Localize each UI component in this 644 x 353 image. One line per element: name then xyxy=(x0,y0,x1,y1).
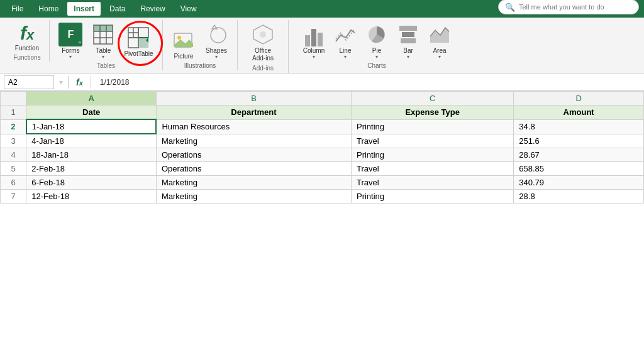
cell-c2[interactable]: Printing xyxy=(351,119,513,134)
table-icon xyxy=(91,23,115,46)
col-header-c[interactable]: C xyxy=(351,92,513,106)
office-addins-button[interactable]: OfficeAdd-ins xyxy=(244,21,282,63)
pivot-icon xyxy=(126,26,150,50)
ribbon-group-items-functions: fx Function xyxy=(11,21,43,53)
data-row-7[interactable]: 7 12-Feb-18 Marketing Printing 28.8 xyxy=(1,190,644,204)
picture-label: Picture xyxy=(174,53,193,60)
cell-a2[interactable]: 1-Jan-18 xyxy=(26,119,157,134)
forms-caret: ▾ xyxy=(69,54,72,60)
col-header-d[interactable]: D xyxy=(514,92,644,106)
svg-point-21 xyxy=(260,31,266,38)
forms-icon: F xyxy=(68,29,74,40)
cell-d3[interactable]: 251.6 xyxy=(514,134,644,148)
data-row-5[interactable]: 5 2-Feb-18 Operations Travel 658.85 xyxy=(1,162,644,176)
sheet-table: A B C D 1 Date Department Expense Type A… xyxy=(0,91,644,204)
menu-bar: File Home Insert Data Review View 🔍 xyxy=(0,0,644,18)
bar-chart-icon xyxy=(396,23,420,46)
ribbon-groups-row: fx Function Functions F ≡ Forms ▾ xyxy=(5,20,639,73)
cell-d2[interactable]: 34.8 xyxy=(514,119,644,134)
header-amount[interactable]: Amount xyxy=(514,106,644,120)
ribbon-group-charts: Column ▾ Line ▾ xyxy=(289,20,465,70)
table-button[interactable]: Table ▾ xyxy=(89,21,118,61)
cell-c6[interactable]: Travel xyxy=(351,176,513,190)
shapes-button[interactable]: Shapes ▾ xyxy=(202,21,231,61)
cell-b2[interactable]: Human Resources xyxy=(156,119,351,134)
cell-d4[interactable]: 28.67 xyxy=(514,148,644,162)
column-caret: ▾ xyxy=(313,54,315,60)
column-chart-icon xyxy=(302,23,326,46)
area-label: Area xyxy=(433,47,446,54)
line-caret: ▾ xyxy=(344,54,347,60)
cell-a5[interactable]: 2-Feb-18 xyxy=(26,162,157,176)
menu-insert[interactable]: Insert xyxy=(67,2,101,16)
menu-review[interactable]: Review xyxy=(134,2,171,16)
formula-bar: A2 ▾ fx 1/1/2018 xyxy=(0,73,644,91)
forms-button[interactable]: F ≡ Forms ▾ xyxy=(56,21,85,61)
data-row-2[interactable]: 2 1-Jan-18 Human Resources Printing 34.8 xyxy=(1,119,644,134)
row-num-2: 2 xyxy=(1,119,26,134)
cell-b6[interactable]: Marketing xyxy=(156,176,351,190)
cell-a3[interactable]: 4-Jan-18 xyxy=(26,134,157,148)
picture-button[interactable]: Picture xyxy=(169,27,198,61)
addins-icon xyxy=(251,23,275,46)
cell-a4[interactable]: 18-Jan-18 xyxy=(26,148,157,162)
cell-c3[interactable]: Travel xyxy=(351,134,513,148)
col-bar3 xyxy=(318,33,323,46)
menu-file[interactable]: File xyxy=(5,2,30,16)
cell-b5[interactable]: Operations xyxy=(156,162,351,176)
bar-label: Bar xyxy=(403,47,413,54)
data-row-3[interactable]: 3 4-Jan-18 Marketing Travel 251.6 xyxy=(1,134,644,148)
cell-b7[interactable]: Marketing xyxy=(156,190,351,204)
cell-d5[interactable]: 658.85 xyxy=(514,162,644,176)
function-button[interactable]: fx Function xyxy=(11,21,43,53)
area-chart-button[interactable]: Area ▾ xyxy=(425,21,454,61)
menu-view[interactable]: View xyxy=(174,2,203,16)
cell-d6[interactable]: 340.79 xyxy=(514,176,644,190)
cell-c5[interactable]: Travel xyxy=(351,162,513,176)
col-header-a[interactable]: A xyxy=(26,92,157,106)
pie-chart-button[interactable]: Pie ▾ xyxy=(362,21,391,61)
line-label: Line xyxy=(340,47,352,54)
ribbon-group-items-charts: Column ▾ Line ▾ xyxy=(299,21,454,61)
row-num-4: 4 xyxy=(1,148,26,162)
data-row-6[interactable]: 6 6-Feb-18 Marketing Travel 340.79 xyxy=(1,176,644,190)
bar1 xyxy=(399,26,417,31)
pivot-container: PivotTable xyxy=(121,24,155,58)
col-header-b[interactable]: B xyxy=(156,92,351,106)
svg-point-17 xyxy=(177,36,181,40)
svg-point-18 xyxy=(211,28,226,43)
header-date[interactable]: Date xyxy=(26,106,157,120)
cell-c7[interactable]: Printing xyxy=(351,190,513,204)
header-expense-type[interactable]: Expense Type xyxy=(351,106,513,120)
menu-data[interactable]: Data xyxy=(103,2,131,16)
illustrations-group-label: Illustrations xyxy=(184,62,216,69)
corner-cell xyxy=(1,92,26,106)
column-chart-button[interactable]: Column ▾ xyxy=(299,21,328,61)
tell-me-input[interactable] xyxy=(519,3,632,11)
shapes-caret: ▾ xyxy=(215,54,218,60)
data-row-4[interactable]: 4 18-Jan-18 Operations Printing 28.67 xyxy=(1,148,644,162)
bar-chart-button[interactable]: Bar ▾ xyxy=(394,21,423,61)
menu-home[interactable]: Home xyxy=(32,2,65,16)
cell-a7[interactable]: 12-Feb-18 xyxy=(26,190,157,204)
picture-icon xyxy=(172,28,196,52)
line-chart-button[interactable]: Line ▾ xyxy=(331,21,360,61)
pivottable-button[interactable]: PivotTable xyxy=(121,24,155,58)
ribbon-group-items-illustrations: Picture Shapes ▾ xyxy=(169,21,231,61)
ribbon: fx Function Functions F ≡ Forms ▾ xyxy=(0,18,644,73)
line-chart-icon xyxy=(333,23,357,46)
cell-a6[interactable]: 6-Feb-18 xyxy=(26,176,157,190)
picture-svg xyxy=(173,30,194,51)
area-caret: ▾ xyxy=(438,54,441,60)
header-department[interactable]: Department xyxy=(156,106,351,120)
tell-me-bar[interactable]: 🔍 xyxy=(498,0,639,14)
cell-reference[interactable]: A2 xyxy=(4,75,54,89)
cell-d7[interactable]: 28.8 xyxy=(514,190,644,204)
cell-b3[interactable]: Marketing xyxy=(156,134,351,148)
cell-b4[interactable]: Operations xyxy=(156,148,351,162)
cell-c4[interactable]: Printing xyxy=(351,148,513,162)
area-chart-icon xyxy=(428,23,452,46)
svg-rect-5 xyxy=(94,25,100,31)
row-num-1[interactable]: 1 xyxy=(1,106,26,120)
fx-icon: fx xyxy=(20,23,34,44)
